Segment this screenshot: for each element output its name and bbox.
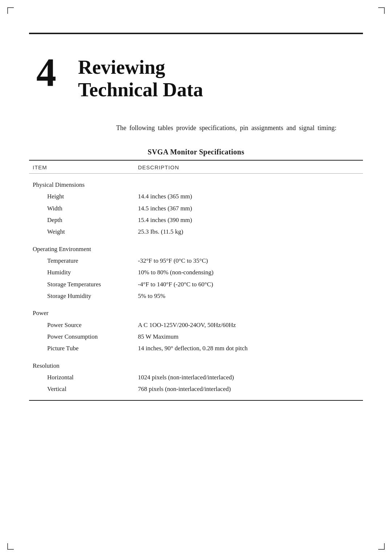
row-item: Picture Tube — [29, 343, 131, 354]
chapter-title-line2: Technical Data — [78, 79, 203, 101]
row-item: Weight — [29, 226, 131, 238]
table-section-row: Power — [29, 302, 363, 319]
section-label: Power — [29, 302, 131, 319]
table-row: Depth15.4 inches (390 mm) — [29, 214, 363, 226]
section-label: Physical Dimensions — [29, 173, 131, 191]
row-item: Storage Humidity — [29, 290, 131, 302]
row-item: Depth — [29, 214, 131, 226]
table-header-row: ITEM DESCRIPTION — [29, 160, 363, 174]
top-rule — [29, 33, 363, 34]
page: 4 Reviewing Technical Data The following… — [0, 0, 392, 557]
row-description: 768 pixels (non-interlaced/interlaced) — [131, 383, 363, 400]
row-description: -4°F to 140°F (-20°C to 60°C) — [131, 279, 363, 290]
row-description: 14.4 inches (365 mm) — [131, 191, 363, 202]
row-item: Power Consumption — [29, 331, 131, 343]
table-row: Power SourceA C 1OO-125V/200-24OV, 50Hz/… — [29, 319, 363, 331]
table-section-row: Resolution — [29, 355, 363, 372]
row-description: 14.5 inches (367 mm) — [131, 203, 363, 214]
row-description: 10% to 80% (non-condensing) — [131, 267, 363, 278]
row-description: A C 1OO-125V/200-24OV, 50Hz/60Hz — [131, 319, 363, 331]
table-row: Storage Humidity5% to 95% — [29, 290, 363, 302]
intro-text: The following tables provide specificati… — [116, 123, 363, 133]
row-item: Width — [29, 203, 131, 214]
table-section-row: Physical Dimensions — [29, 173, 363, 191]
row-item: Height — [29, 191, 131, 202]
table-row: Power Consumption85 W Maximum — [29, 331, 363, 343]
spec-table: ITEM DESCRIPTION Physical DimensionsHeig… — [29, 160, 363, 400]
row-description: 5% to 95% — [131, 290, 363, 302]
row-description: 25.3 Ibs. (11.5 kg) — [131, 226, 363, 238]
table-row: Humidity10% to 80% (non-condensing) — [29, 267, 363, 278]
row-item: Horizontal — [29, 372, 131, 383]
table-row: Horizontal1024 pixels (non-interlaced/in… — [29, 372, 363, 383]
table-row: Height14.4 inches (365 mm) — [29, 191, 363, 202]
row-description: 15.4 inches (390 mm) — [131, 214, 363, 226]
row-item: Power Source — [29, 319, 131, 331]
col-desc-header: DESCRIPTION — [131, 160, 363, 174]
section-heading: SVGA Monitor Specifications — [29, 148, 363, 156]
corner-mark-tr — [378, 7, 385, 14]
chapter-title-line1: Reviewing — [78, 56, 165, 78]
table-footer-rule — [29, 400, 363, 401]
corner-mark-tl — [7, 7, 14, 14]
chapter-number: 4 — [36, 52, 56, 92]
table-row: Temperature-32°F to 95°F (0°C to 35°C) — [29, 255, 363, 267]
row-description: 14 inches, 90° deflection, 0.28 mm dot p… — [131, 343, 363, 354]
section-label: Resolution — [29, 355, 131, 372]
chapter-header: 4 Reviewing Technical Data — [29, 52, 363, 101]
row-description: 1024 pixels (non-interlaced/interlaced) — [131, 372, 363, 383]
row-description: -32°F to 95°F (0°C to 35°C) — [131, 255, 363, 267]
row-description: 85 W Maximum — [131, 331, 363, 343]
table-row: Vertical768 pixels (non-interlaced/inter… — [29, 383, 363, 400]
table-row: Storage Temperatures-4°F to 140°F (-20°C… — [29, 279, 363, 290]
table-row: Weight25.3 Ibs. (11.5 kg) — [29, 226, 363, 238]
row-item: Temperature — [29, 255, 131, 267]
table-row: Picture Tube14 inches, 90° deflection, 0… — [29, 343, 363, 354]
row-item: Vertical — [29, 383, 131, 400]
corner-mark-br — [378, 543, 385, 550]
row-item: Storage Temperatures — [29, 279, 131, 290]
corner-mark-bl — [7, 543, 14, 550]
row-item: Humidity — [29, 267, 131, 278]
table-section-row: Operating Environment — [29, 238, 363, 255]
chapter-title: Reviewing Technical Data — [78, 52, 203, 101]
section-label: Operating Environment — [29, 238, 131, 255]
table-row: Width14.5 inches (367 mm) — [29, 203, 363, 214]
col-item-header: ITEM — [29, 160, 131, 174]
